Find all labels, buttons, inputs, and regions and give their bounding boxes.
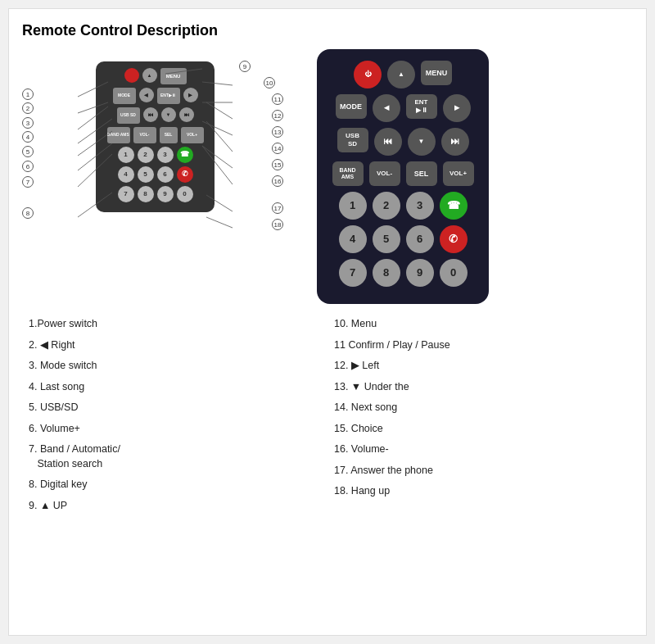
remote-row-1: ⏻ ▲ MENU <box>327 61 479 88</box>
top-section: ▲ MENU MODE ◀ ENT▶⏸ ▶ USB SD ⏮ ▼ <box>22 49 633 304</box>
svg-line-2 <box>78 107 108 129</box>
ann-16: 16 <box>272 175 284 187</box>
real-3[interactable]: 3 <box>406 192 434 220</box>
real-up[interactable]: ▲ <box>387 61 415 88</box>
real-band[interactable]: BANDAMS <box>332 161 364 186</box>
svg-line-4 <box>78 131 112 156</box>
ann-11: 11 <box>272 93 284 105</box>
svg-line-8 <box>165 69 202 74</box>
remote-row-4: BANDAMS VOL- SEL VOL+ <box>327 161 479 186</box>
remote-row-6: 4 5 6 ✆ <box>327 225 479 253</box>
real-left[interactable]: ◀ <box>373 94 400 122</box>
ann-5: 5 <box>22 146 34 157</box>
desc-item-6: 6. Volume+ <box>29 422 321 437</box>
main-container: Remote Control Description ▲ MENU MODE ◀ <box>8 8 647 636</box>
remote-row-2: MODE ◀ ENT▶⏸ ▶ <box>327 94 479 122</box>
real-0[interactable]: 0 <box>440 259 468 287</box>
ann-1: 1 <box>22 88 34 100</box>
desc-item-12: 12. ▶ Left <box>334 359 626 374</box>
desc-item-5: 5. USB/SD <box>29 401 321 415</box>
ann-14: 14 <box>272 143 284 154</box>
desc-item-4: 4. Last song <box>29 380 321 395</box>
real-7[interactable]: 7 <box>339 259 367 287</box>
real-down[interactable]: ▼ <box>408 128 436 156</box>
svg-line-15 <box>202 146 233 184</box>
real-right[interactable]: ▶ <box>443 94 471 122</box>
svg-line-7 <box>78 193 112 217</box>
real-call[interactable]: ☎ <box>440 192 468 220</box>
desc-left-col: 1.Power switch 2. ◀ Right 3. Mode switch… <box>22 317 328 622</box>
real-9[interactable]: 9 <box>406 259 434 287</box>
real-usb[interactable]: USBSD <box>337 128 368 152</box>
desc-item-8: 8. Digital key <box>29 478 321 492</box>
remote-row-7: 7 8 9 0 <box>327 259 479 287</box>
real-5[interactable]: 5 <box>373 225 400 253</box>
remote-row-5: 1 2 3 ☎ <box>327 192 479 220</box>
real-6[interactable]: 6 <box>406 225 434 253</box>
svg-line-11 <box>206 102 233 119</box>
desc-item-9: 9. ▲ UP <box>29 499 321 514</box>
real-mode[interactable]: MODE <box>336 94 367 119</box>
real-vol-minus[interactable]: VOL- <box>369 161 400 186</box>
page-title: Remote Control Description <box>22 22 633 39</box>
svg-line-5 <box>78 143 112 170</box>
real-1[interactable]: 1 <box>339 192 367 220</box>
desc-item-1: 1.Power switch <box>29 317 321 332</box>
ann-13: 13 <box>272 126 284 138</box>
real-menu[interactable]: MENU <box>421 61 452 85</box>
desc-item-2: 2. ◀ Right <box>29 338 321 353</box>
remote-row-3: USBSD ⏮ ▼ ⏭ <box>327 128 479 156</box>
real-prev[interactable]: ⏮ <box>374 128 402 156</box>
desc-right-col: 10. Menu 11 Confirm / Play / Pause 12. ▶… <box>328 317 633 622</box>
svg-line-1 <box>78 102 108 113</box>
description-section: 1.Power switch 2. ◀ Right 3. Mode switch… <box>22 317 633 622</box>
real-next[interactable]: ⏭ <box>441 128 469 156</box>
real-4[interactable]: 4 <box>339 225 367 253</box>
ann-4: 4 <box>22 131 34 143</box>
desc-item-13: 13. ▼ Under the <box>334 380 626 395</box>
desc-item-17: 17. Answer the phone <box>334 464 626 478</box>
ann-17: 17 <box>272 202 284 214</box>
ann-7: 7 <box>22 176 34 188</box>
svg-line-12 <box>202 121 233 135</box>
real-2[interactable]: 2 <box>373 192 400 220</box>
ann-2: 2 <box>22 102 34 114</box>
real-hangup[interactable]: ✆ <box>440 225 468 253</box>
desc-item-16: 16. Volume- <box>334 442 626 457</box>
desc-item-11: 11 Confirm / Play / Pause <box>334 338 626 353</box>
ann-18: 18 <box>272 219 284 230</box>
ann-12: 12 <box>272 110 284 121</box>
ann-9: 9 <box>239 61 251 72</box>
ann-3: 3 <box>22 117 34 129</box>
desc-item-3: 3. Mode switch <box>29 359 321 374</box>
annotation-svg <box>22 49 292 291</box>
ann-8: 8 <box>22 207 34 219</box>
real-power[interactable]: ⏻ <box>354 61 382 88</box>
real-ent[interactable]: ENT▶⏸ <box>406 94 437 119</box>
svg-line-17 <box>206 217 233 228</box>
ann-15: 15 <box>272 159 284 170</box>
ann-10: 10 <box>264 77 276 88</box>
desc-item-10: 10. Menu <box>334 317 626 332</box>
svg-line-13 <box>206 121 233 152</box>
real-8[interactable]: 8 <box>373 259 400 287</box>
svg-line-3 <box>78 119 112 143</box>
real-vol-plus[interactable]: VOL+ <box>443 161 474 186</box>
desc-item-14: 14. Next song <box>334 401 626 415</box>
svg-line-6 <box>78 154 112 187</box>
svg-line-0 <box>78 82 108 97</box>
real-sel[interactable]: SEL <box>406 161 437 186</box>
desc-item-18: 18. Hang up <box>334 484 626 499</box>
svg-line-9 <box>202 82 233 85</box>
ann-6: 6 <box>22 161 34 172</box>
desc-item-15: 15. Choice <box>334 422 626 437</box>
diagram-area: ▲ MENU MODE ◀ ENT▶⏸ ▶ USB SD ⏮ ▼ <box>22 49 300 304</box>
svg-line-16 <box>206 195 233 211</box>
desc-item-7: 7. Band / Automatic/ Station search <box>29 442 321 471</box>
real-remote: ⏻ ▲ MENU MODE ◀ ENT▶⏸ ▶ USBSD ⏮ ▼ ⏭ BAND… <box>317 49 489 304</box>
